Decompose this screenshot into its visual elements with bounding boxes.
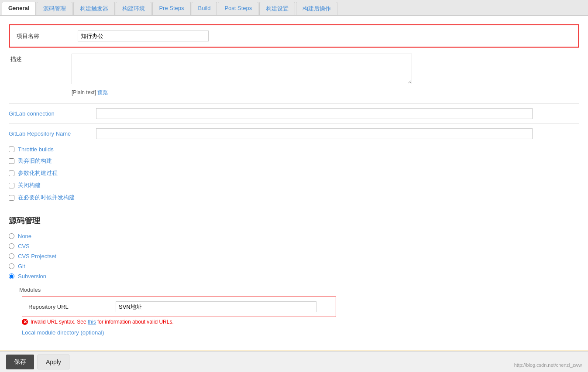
radio-none: None xyxy=(9,233,579,239)
project-name-input[interactable] xyxy=(78,31,209,41)
throttle-label[interactable]: Throttle builds xyxy=(18,146,54,153)
tab-source[interactable]: 源码管理 xyxy=(37,2,72,15)
scm-section-title: 源码管理 xyxy=(9,212,579,226)
gitlab-repo-name-label: GitLab Repository Name xyxy=(9,130,96,137)
tab-build[interactable]: Build xyxy=(192,2,217,15)
tab-postbuild[interactable]: 构建后操作 xyxy=(296,2,337,15)
gitlab-connection-input[interactable] xyxy=(96,108,533,119)
disable-label[interactable]: 关闭构建 xyxy=(18,181,41,189)
tab-general[interactable]: General xyxy=(2,2,36,15)
checkbox-parameterize: 参数化构建过程 xyxy=(9,169,579,177)
discard-checkbox[interactable] xyxy=(9,158,14,164)
radio-cvs-projectset: CVS Projectset xyxy=(9,253,579,259)
gitlab-connection-label: GitLab connection xyxy=(9,110,96,117)
modules-label: Modules xyxy=(19,287,579,293)
gitlab-repo-name-row: GitLab Repository Name xyxy=(9,123,579,139)
radio-cvs-projectset-label[interactable]: CVS Projectset xyxy=(18,253,56,259)
checkbox-concurrent: 在必要的时候并发构建 xyxy=(9,194,579,201)
radio-none-label[interactable]: None xyxy=(18,233,31,239)
radio-cvs-input[interactable] xyxy=(9,243,14,249)
parameterize-checkbox[interactable] xyxy=(9,171,14,176)
watermark: http://blog.csdn.net/chenzi_zww xyxy=(514,362,582,365)
radio-git: Git xyxy=(9,263,579,270)
plain-text-row: [Plain text] 预览 xyxy=(72,89,579,96)
preview-link[interactable]: 预览 xyxy=(97,89,108,96)
tab-presteps[interactable]: Pre Steps xyxy=(152,2,190,15)
repo-url-label: Repository URL xyxy=(28,304,116,310)
checkbox-section: Throttle builds 丢弃旧的构建 参数化构建过程 关闭构建 在必要的… xyxy=(9,146,579,201)
radio-none-input[interactable] xyxy=(9,233,14,239)
plain-text-label: [Plain text] xyxy=(72,89,96,96)
radio-section: None CVS CVS Projectset Git Subversion xyxy=(9,233,579,280)
error-message-text: Invalid URL syntax. See xyxy=(31,319,88,325)
error-icon: ✕ xyxy=(22,319,28,325)
radio-subversion-input[interactable] xyxy=(9,273,14,279)
concurrent-label[interactable]: 在必要的时候并发构建 xyxy=(18,194,75,201)
radio-subversion-label[interactable]: Subversion xyxy=(18,273,46,280)
radio-subversion: Subversion xyxy=(9,273,579,280)
discard-label[interactable]: 丢弃旧的构建 xyxy=(18,157,52,165)
repo-url-input[interactable] xyxy=(116,301,316,312)
parameterize-label[interactable]: 参数化构建过程 xyxy=(18,169,58,177)
tab-env[interactable]: 构建环境 xyxy=(116,2,151,15)
throttle-checkbox[interactable] xyxy=(9,147,14,152)
repo-url-section: Repository URL xyxy=(22,297,336,317)
tab-trigger[interactable]: 构建触发器 xyxy=(73,2,115,15)
local-module-label: Local module directory (optional) xyxy=(22,329,104,336)
main-content: 项目名称 描述 [Plain text] 预览 GitLab connectio… xyxy=(0,16,588,365)
error-row: ✕ Invalid URL syntax. See this for infor… xyxy=(22,319,579,325)
gitlab-repo-name-input[interactable] xyxy=(96,128,533,139)
gitlab-connection-row: GitLab connection xyxy=(9,103,579,119)
concurrent-checkbox[interactable] xyxy=(9,195,14,201)
tab-bar: General 源码管理 构建触发器 构建环境 Pre Steps Build … xyxy=(0,0,588,16)
error-suffix: for information about valid URLs. xyxy=(96,319,174,325)
radio-cvs: CVS xyxy=(9,243,579,249)
description-textarea[interactable] xyxy=(72,54,412,84)
apply-button[interactable]: Apply xyxy=(38,355,69,365)
description-section: 描述 xyxy=(9,54,579,85)
radio-git-input[interactable] xyxy=(9,263,14,269)
radio-git-label[interactable]: Git xyxy=(18,263,25,270)
checkbox-discard: 丢弃旧的构建 xyxy=(9,157,579,165)
tab-poststeps[interactable]: Post Steps xyxy=(218,2,258,15)
checkbox-disable: 关闭构建 xyxy=(9,181,579,189)
tab-settings[interactable]: 构建设置 xyxy=(259,2,295,15)
error-text: Invalid URL syntax. See this for informa… xyxy=(31,319,174,325)
error-link[interactable]: this xyxy=(88,319,96,325)
radio-cvs-projectset-input[interactable] xyxy=(9,253,14,259)
checkbox-throttle: Throttle builds xyxy=(9,146,579,153)
bottom-bar: 保存 Apply xyxy=(0,351,588,365)
local-module-row: Local module directory (optional) xyxy=(22,329,579,336)
save-button[interactable]: 保存 xyxy=(6,355,34,365)
radio-cvs-label[interactable]: CVS xyxy=(18,243,30,249)
description-label: 描述 xyxy=(10,54,72,63)
project-name-label: 项目名称 xyxy=(17,32,78,40)
disable-checkbox[interactable] xyxy=(9,183,14,188)
project-name-section: 项目名称 xyxy=(9,24,579,48)
description-wrapper xyxy=(72,54,412,85)
